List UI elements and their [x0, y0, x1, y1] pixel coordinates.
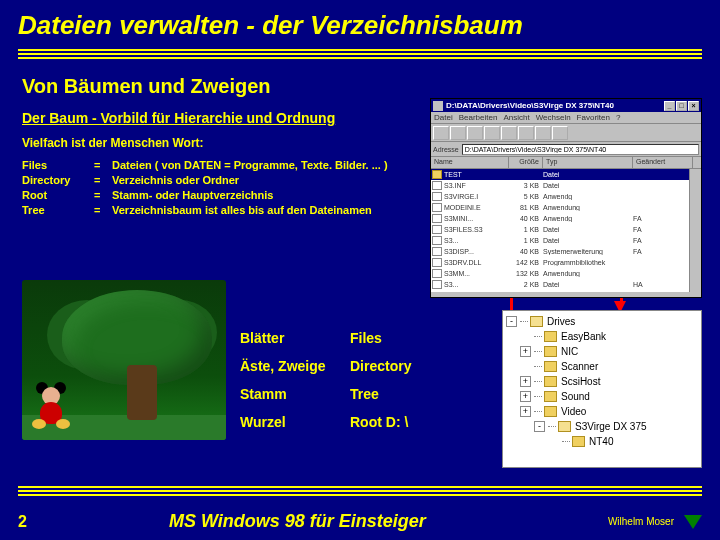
tree-node[interactable]: +NIC — [506, 344, 698, 359]
tree-node[interactable]: -Drives — [506, 314, 698, 329]
menu-item[interactable]: Bearbeiten — [459, 113, 498, 122]
table-row[interactable]: S3VIRGE.I5 KBAnwendg — [431, 191, 701, 202]
table-row[interactable]: S3DRV.DLL142 KBProgrammbibliothek — [431, 257, 701, 268]
addressbar: Adresse — [431, 142, 701, 157]
minimize-button[interactable]: _ — [664, 101, 675, 111]
toolbar-button[interactable] — [535, 126, 551, 140]
expand-icon[interactable]: + — [520, 406, 531, 417]
col-header-size[interactable]: Größe — [509, 157, 543, 168]
folder-icon — [544, 346, 557, 357]
table-row[interactable]: S3MM...132 KBAnwendung — [431, 268, 701, 279]
file-icon — [432, 258, 442, 267]
subtitle: Von Bäumen und Zweigen — [0, 61, 720, 102]
folder-icon — [432, 170, 442, 179]
folder-icon — [544, 361, 557, 372]
table-row[interactable]: MODEINI.E81 KBAnwendung — [431, 202, 701, 213]
tree-label: NT40 — [589, 436, 613, 447]
tree-label: Video — [561, 406, 586, 417]
tree-node[interactable]: -S3Virge DX 375 — [506, 419, 698, 434]
list-header: Name Größe Typ Geändert — [431, 157, 701, 169]
file-list: Name Größe Typ Geändert TESTDateiS3.INF3… — [431, 157, 701, 292]
file-icon — [432, 225, 442, 234]
table-row[interactable]: S3MINI...40 KBAnwendgFA — [431, 213, 701, 224]
system-icon — [433, 101, 443, 111]
expand-icon[interactable]: + — [520, 376, 531, 387]
file-icon — [432, 280, 442, 289]
menu-item[interactable]: Favoriten — [577, 113, 610, 122]
menu-item[interactable]: Wechseln — [536, 113, 571, 122]
tree-label: S3Virge DX 375 — [575, 421, 647, 432]
address-label: Adresse — [433, 146, 459, 153]
address-input[interactable] — [462, 144, 699, 155]
file-icon — [432, 203, 442, 212]
menu-item[interactable]: Datei — [434, 113, 453, 122]
footer-title: MS Windows 98 für Einsteiger — [0, 511, 608, 532]
table-row[interactable]: TESTDatei — [431, 169, 701, 180]
table-row[interactable]: S3...1 KBDateiFA — [431, 235, 701, 246]
mickey-icon — [32, 387, 72, 432]
expand-icon[interactable]: + — [520, 391, 531, 402]
tree-node[interactable]: Scanner — [506, 359, 698, 374]
tree-node[interactable]: +Video — [506, 404, 698, 419]
table-row[interactable]: S3FILES.S31 KBDateiFA — [431, 224, 701, 235]
tree-node[interactable]: +Sound — [506, 389, 698, 404]
table-row[interactable]: S3.INF3 KBDatei — [431, 180, 701, 191]
toolbar-button[interactable] — [518, 126, 534, 140]
file-icon — [432, 269, 442, 278]
file-icon — [432, 214, 442, 223]
tree-label: Sound — [561, 391, 590, 402]
folder-icon — [544, 331, 557, 342]
next-arrow-icon[interactable] — [684, 515, 702, 529]
expand-icon[interactable]: - — [534, 421, 545, 432]
menu-item[interactable]: Ansicht — [503, 113, 529, 122]
col-header-type[interactable]: Typ — [543, 157, 633, 168]
toolbar-button[interactable] — [433, 126, 449, 140]
file-icon — [432, 236, 442, 245]
window-title: D:\DATA\Drivers\Video\S3Virge DX 375\NT4… — [446, 101, 614, 110]
menubar[interactable]: Datei Bearbeiten Ansicht Wechseln Favori… — [431, 112, 701, 124]
tree-illustration — [22, 280, 226, 440]
titlebar: D:\DATA\Drivers\Video\S3Virge DX 375\NT4… — [431, 99, 701, 112]
toolbar-button[interactable] — [450, 126, 466, 140]
author: Wilhelm Moser — [608, 516, 674, 527]
table-row[interactable]: S3...2 KBDateiHA — [431, 279, 701, 290]
explorer-screenshot: D:\DATA\Drivers\Video\S3Virge DX 375\NT4… — [430, 98, 702, 468]
def-term: Files — [22, 158, 94, 173]
maximize-button[interactable]: □ — [676, 101, 687, 111]
slide-title: Dateien verwalten - der Verzeichnisbaum — [0, 0, 720, 45]
file-icon — [432, 181, 442, 190]
footer: 2 MS Windows 98 für Einsteiger Wilhelm M… — [0, 511, 720, 532]
tree-label: Drives — [547, 316, 575, 327]
menu-item[interactable]: ? — [616, 113, 620, 122]
toolbar-button[interactable] — [484, 126, 500, 140]
scrollbar[interactable] — [689, 169, 701, 292]
tree-label: Scanner — [561, 361, 598, 372]
expand-icon[interactable]: - — [506, 316, 517, 327]
file-icon — [432, 192, 442, 201]
tree-node[interactable]: NT40 — [506, 434, 698, 449]
folder-icon — [572, 436, 585, 447]
toolbar-button[interactable] — [501, 126, 517, 140]
folder-icon — [544, 376, 557, 387]
tree-node[interactable]: EasyBank — [506, 329, 698, 344]
toolbar — [431, 124, 701, 142]
close-button[interactable]: × — [688, 101, 699, 111]
table-row[interactable]: S3DISP...40 KBSystemerweiterungFA — [431, 246, 701, 257]
col-header-mod[interactable]: Geändert — [633, 157, 693, 168]
toolbar-button[interactable] — [467, 126, 483, 140]
tree-panel: -DrivesEasyBank+NICScanner+ScsiHost+Soun… — [502, 310, 702, 468]
tree-label: EasyBank — [561, 331, 606, 342]
footer-rules — [18, 486, 702, 498]
tree-label: ScsiHost — [561, 376, 600, 387]
expand-icon[interactable]: + — [520, 346, 531, 357]
folder-icon — [544, 406, 557, 417]
folder-icon — [544, 391, 557, 402]
tree-node[interactable]: +ScsiHost — [506, 374, 698, 389]
folder-icon — [530, 316, 543, 327]
title-rules — [18, 49, 702, 59]
file-icon — [432, 247, 442, 256]
col-header-name[interactable]: Name — [431, 157, 509, 168]
explorer-window: D:\DATA\Drivers\Video\S3Virge DX 375\NT4… — [430, 98, 702, 298]
toolbar-button[interactable] — [552, 126, 568, 140]
tree-label: NIC — [561, 346, 578, 357]
